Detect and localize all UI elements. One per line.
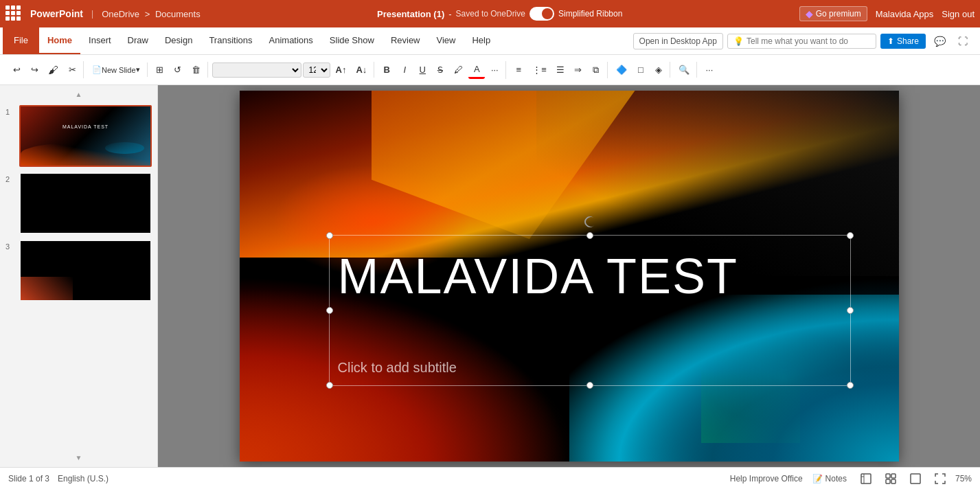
slide-thumb-1: 1 MALAVIDA TEST (5, 105, 152, 167)
handle-middle-right[interactable] (847, 307, 854, 314)
svg-rect-6 (891, 479, 896, 484)
decrease-font-button[interactable]: A↓ (352, 62, 371, 78)
svg-rect-5 (886, 479, 890, 484)
lightbulb-icon: 💡 (733, 36, 744, 46)
slide-thumb-3: 3 (5, 240, 152, 302)
handle-middle-left[interactable] (326, 307, 333, 314)
italic-button[interactable]: I (396, 62, 413, 78)
search-input[interactable] (747, 36, 870, 46)
paragraph-group: ≡ ⋮≡ ☰ ⇒ ⧉ (508, 62, 608, 78)
shape-fill-button[interactable]: 🔷 (612, 62, 631, 78)
menu-design[interactable]: Design (157, 27, 201, 54)
open-desktop-button[interactable]: Open in Desktop App (633, 33, 723, 49)
columns-button[interactable]: ⧉ (588, 62, 604, 78)
menu-help[interactable]: Help (464, 27, 499, 54)
menu-insert[interactable]: Insert (80, 27, 119, 54)
handle-top-right[interactable] (847, 232, 854, 239)
status-bar-right: Help Improve Office 📝 Notes 75% (730, 472, 972, 486)
delete-button[interactable]: 🗑 (187, 62, 205, 78)
redo-button[interactable]: ↪ (26, 62, 43, 78)
shape-effects-button[interactable]: ◈ (650, 62, 667, 78)
undo-button[interactable]: ↩ (8, 62, 25, 78)
slide-canvas[interactable]: MALAVIDA TEST Click to add subtitle (240, 91, 899, 462)
numbering-button[interactable]: ⋮≡ (528, 62, 551, 78)
notes-button[interactable]: 📝 Notes (808, 473, 851, 485)
menu-home[interactable]: Home (39, 27, 80, 54)
font-size-select[interactable]: 12 (303, 62, 330, 78)
title-center: Presentation (1) - Saved to OneDrive Sim… (206, 7, 794, 21)
bold-button[interactable]: B (378, 62, 395, 78)
svg-rect-7 (911, 474, 920, 484)
handle-top-middle[interactable] (586, 232, 593, 239)
menu-draw[interactable]: Draw (119, 27, 157, 54)
breadcrumb[interactable]: OneDrive > Documents (102, 9, 201, 19)
font-color-button[interactable]: A (468, 61, 485, 79)
menu-bar-right: Open in Desktop App 💡 ⬆ Share 💬 ⛶ (633, 27, 977, 54)
slide-sorter-icon (885, 473, 896, 484)
handle-bottom-middle[interactable] (586, 382, 593, 389)
reading-view-button[interactable] (906, 472, 925, 486)
presentation-name: Presentation (1) (377, 9, 444, 19)
text-box[interactable]: MALAVIDA TEST Click to add subtitle (329, 235, 851, 386)
canvas-area: MALAVIDA TEST Click to add subtitle (158, 85, 980, 467)
help-improve[interactable]: Help Improve Office (730, 474, 803, 484)
handle-bottom-right[interactable] (847, 382, 854, 389)
language-info: English (U.S.) (58, 474, 109, 484)
underline-button[interactable]: U (414, 62, 431, 78)
scroll-down-indicator: ▼ (5, 454, 152, 462)
slide-number-1: 1 (5, 105, 14, 116)
slide1-title-text: MALAVIDA TEST (62, 124, 109, 129)
indent-button[interactable]: ⇒ (570, 62, 586, 78)
slide-preview-1[interactable]: MALAVIDA TEST (19, 105, 152, 167)
normal-view-button[interactable] (856, 472, 876, 486)
apps-grid-icon[interactable] (5, 5, 22, 22)
align-button[interactable]: ☰ (552, 62, 569, 78)
find-button[interactable]: 🔍 (674, 62, 694, 78)
slide-preview-3[interactable] (19, 240, 152, 302)
format-painter-button[interactable]: 🖌 (44, 61, 62, 78)
scroll-up-indicator: ▲ (5, 91, 152, 98)
sign-out-link[interactable]: Sign out (942, 9, 975, 19)
menu-animations[interactable]: Animations (261, 27, 321, 54)
shape-outline-button[interactable]: □ (633, 62, 649, 78)
slide-sorter-button[interactable] (881, 472, 900, 486)
cut-button[interactable]: ✂ (64, 62, 80, 78)
comment-icon[interactable]: 💬 (930, 33, 950, 49)
bullets-button[interactable]: ≡ (510, 62, 527, 78)
save-status: Saved to OneDrive (456, 9, 525, 19)
slide2-bg (21, 174, 150, 233)
slide-preview-2[interactable] (19, 172, 152, 234)
zoom-level: 75% (955, 474, 972, 484)
more-options-button[interactable]: ··· (701, 62, 718, 78)
simplified-ribbon-label: Simplified Ribbon (558, 9, 622, 19)
share-button[interactable]: ⬆ Share (880, 34, 926, 49)
fit-to-screen-button[interactable] (931, 472, 950, 486)
handle-top-left[interactable] (326, 232, 333, 239)
reset-button[interactable]: ↺ (170, 62, 186, 78)
layout-button[interactable]: ⊞ (152, 62, 168, 78)
menu-transitions[interactable]: Transitions (201, 27, 260, 54)
menu-slideshow[interactable]: Slide Show (321, 27, 383, 54)
font-family-select[interactable] (212, 62, 301, 78)
simplified-ribbon-toggle[interactable] (529, 7, 554, 21)
menu-file[interactable]: File (3, 27, 39, 54)
expand-icon[interactable]: ⛶ (954, 33, 972, 49)
more-formatting-button[interactable]: ··· (486, 62, 503, 78)
slide-number-3: 3 (5, 240, 14, 251)
search-box[interactable]: 💡 (727, 34, 876, 49)
increase-font-button[interactable]: A↑ (332, 62, 351, 78)
malavida-apps-link[interactable]: Malavida Apps (876, 9, 934, 19)
strikethrough-button[interactable]: S̶ (432, 62, 448, 78)
svg-rect-0 (861, 474, 871, 484)
title-bar-right: ◆ Go premium Malavida Apps Sign out (799, 6, 975, 21)
highlight-button[interactable]: 🖊 (450, 62, 467, 78)
layout-group: ⊞ ↺ 🗑 (149, 62, 208, 78)
new-slide-button[interactable]: 📄 New Slide ▾ (88, 62, 144, 77)
slide-title[interactable]: MALAVIDA TEST (338, 248, 842, 304)
menu-review[interactable]: Review (383, 27, 429, 54)
slide-subtitle[interactable]: Click to add subtitle (338, 360, 842, 376)
menu-view[interactable]: View (429, 27, 464, 54)
go-premium-button[interactable]: ◆ Go premium (799, 6, 867, 21)
slide-panel: ▲ 1 MALAVIDA TEST 2 3 (0, 85, 158, 467)
handle-bottom-left[interactable] (326, 382, 333, 389)
